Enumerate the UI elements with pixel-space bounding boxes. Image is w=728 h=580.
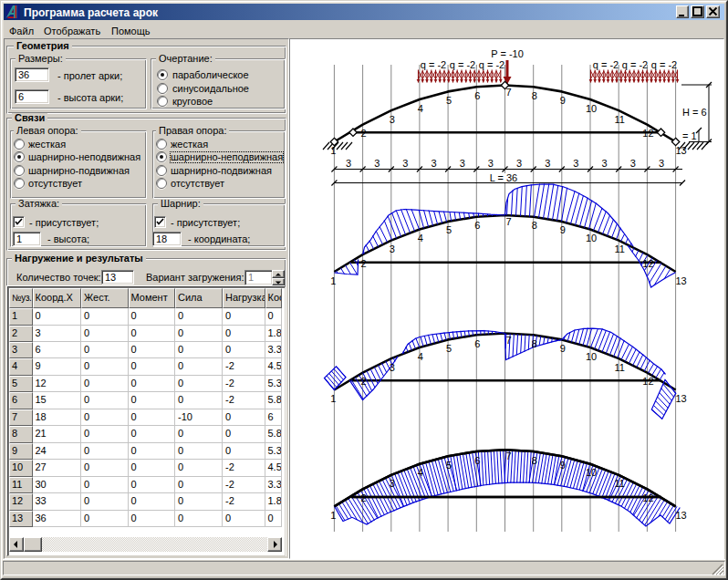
svg-text:2: 2: [361, 376, 367, 387]
svg-text:q = -2: q = -2: [622, 59, 648, 70]
svg-text:3: 3: [659, 158, 664, 169]
svg-text:13: 13: [675, 510, 686, 521]
svg-text:q = -2: q = -2: [421, 59, 446, 70]
svg-text:2: 2: [361, 128, 367, 139]
svg-text:3: 3: [488, 158, 494, 169]
svg-text:3: 3: [573, 158, 578, 169]
svg-text:9: 9: [560, 224, 566, 235]
svg-text:q = -2: q = -2: [651, 59, 677, 70]
svg-text:12: 12: [642, 128, 653, 139]
svg-text:10: 10: [586, 233, 597, 243]
svg-text:3: 3: [630, 158, 636, 169]
svg-text:11: 11: [614, 243, 624, 254]
svg-text:11: 11: [614, 114, 624, 125]
svg-text:3: 3: [390, 243, 395, 254]
svg-text:13: 13: [675, 393, 686, 404]
svg-text:3: 3: [516, 158, 522, 169]
svg-text:11: 11: [614, 362, 624, 373]
svg-text:1: 1: [330, 275, 336, 286]
svg-text:8: 8: [532, 338, 537, 349]
svg-text:4: 4: [418, 467, 423, 478]
svg-text:4: 4: [418, 351, 423, 362]
svg-text:7: 7: [505, 216, 511, 227]
svg-text:9: 9: [560, 343, 566, 354]
svg-text:10: 10: [586, 103, 597, 114]
svg-text:L = 36: L = 36: [490, 172, 517, 183]
svg-text:q = -2: q = -2: [450, 59, 475, 70]
svg-text:4: 4: [418, 233, 423, 243]
svg-text:3: 3: [390, 478, 395, 489]
svg-text:7: 7: [505, 335, 511, 346]
svg-text:1: 1: [330, 510, 336, 521]
svg-text:5: 5: [446, 343, 452, 354]
svg-text:7: 7: [505, 451, 511, 461]
svg-text:6: 6: [474, 90, 480, 101]
svg-text:P = -10: P = -10: [491, 48, 524, 59]
svg-text:10: 10: [586, 467, 597, 478]
svg-text:9: 9: [560, 95, 566, 106]
svg-text:9: 9: [560, 460, 566, 471]
svg-text:3: 3: [460, 158, 465, 169]
svg-text:3: 3: [390, 114, 395, 125]
svg-text:11: 11: [614, 478, 624, 489]
svg-text:2: 2: [361, 258, 367, 269]
svg-text:3: 3: [602, 158, 608, 169]
svg-text:3: 3: [402, 158, 408, 169]
svg-text:6: 6: [474, 455, 480, 466]
svg-text:5: 5: [446, 224, 452, 235]
svg-text:q = -2: q = -2: [593, 59, 619, 70]
svg-text:7: 7: [505, 87, 511, 98]
svg-text:12: 12: [642, 492, 653, 503]
svg-text:3: 3: [346, 158, 351, 169]
svg-text:4: 4: [418, 103, 423, 114]
svg-text:3: 3: [545, 158, 550, 169]
svg-text:1: 1: [330, 393, 336, 404]
svg-text:q = -2: q = -2: [479, 59, 504, 70]
svg-text:6: 6: [474, 220, 480, 231]
svg-text:3: 3: [431, 158, 436, 169]
svg-text:13: 13: [675, 275, 686, 286]
svg-text:5: 5: [446, 95, 452, 106]
svg-text:10: 10: [586, 351, 597, 362]
svg-text:1: 1: [330, 145, 336, 156]
svg-text:2: 2: [361, 492, 367, 503]
svg-text:12: 12: [642, 376, 653, 387]
svg-text:13: 13: [675, 145, 686, 156]
svg-text:8: 8: [532, 220, 537, 231]
svg-text:3: 3: [390, 362, 395, 373]
svg-text:8: 8: [532, 455, 537, 466]
svg-text:H = 6: H = 6: [682, 107, 707, 118]
svg-text:6: 6: [474, 338, 480, 349]
svg-text:12: 12: [642, 258, 653, 269]
svg-text:3: 3: [374, 158, 380, 169]
svg-text:8: 8: [532, 90, 537, 101]
svg-text:= 1: = 1: [682, 130, 697, 141]
svg-text:5: 5: [446, 460, 452, 471]
